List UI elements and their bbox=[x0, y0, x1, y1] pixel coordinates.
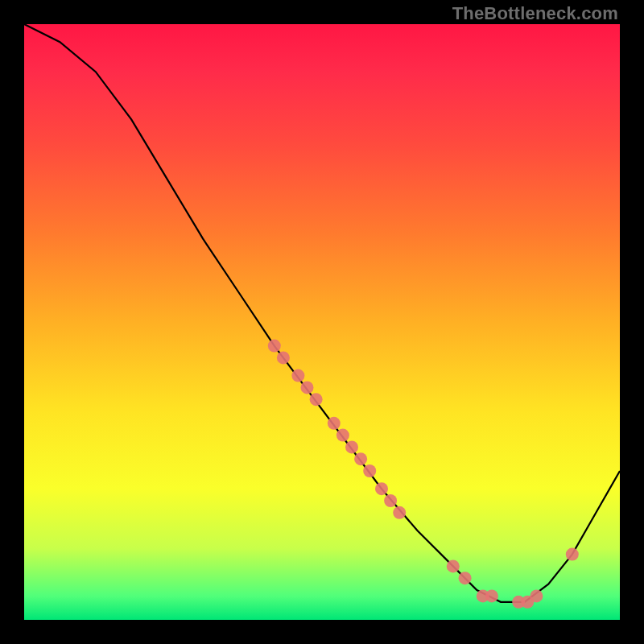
watermark-text: TheBottleneck.com bbox=[452, 3, 618, 24]
data-point bbox=[310, 393, 323, 406]
plot-area bbox=[24, 24, 620, 620]
data-point bbox=[291, 369, 304, 382]
data-point bbox=[447, 559, 460, 572]
data-point bbox=[530, 589, 543, 602]
data-point bbox=[485, 589, 498, 602]
data-point bbox=[384, 494, 397, 507]
data-point bbox=[336, 429, 349, 442]
data-point bbox=[277, 351, 290, 364]
chart-stage: TheBottleneck.com bbox=[0, 0, 644, 644]
data-point bbox=[375, 482, 388, 495]
data-point bbox=[345, 440, 358, 453]
data-point bbox=[301, 381, 314, 394]
data-point bbox=[354, 452, 367, 465]
curve-layer bbox=[24, 24, 620, 620]
data-point bbox=[328, 417, 341, 430]
data-point bbox=[459, 572, 472, 584]
data-point bbox=[363, 464, 376, 477]
data-point bbox=[566, 548, 579, 561]
bottleneck-curve bbox=[24, 24, 620, 602]
data-point bbox=[393, 506, 406, 519]
data-point bbox=[268, 340, 281, 353]
overlay-dots bbox=[268, 340, 579, 609]
